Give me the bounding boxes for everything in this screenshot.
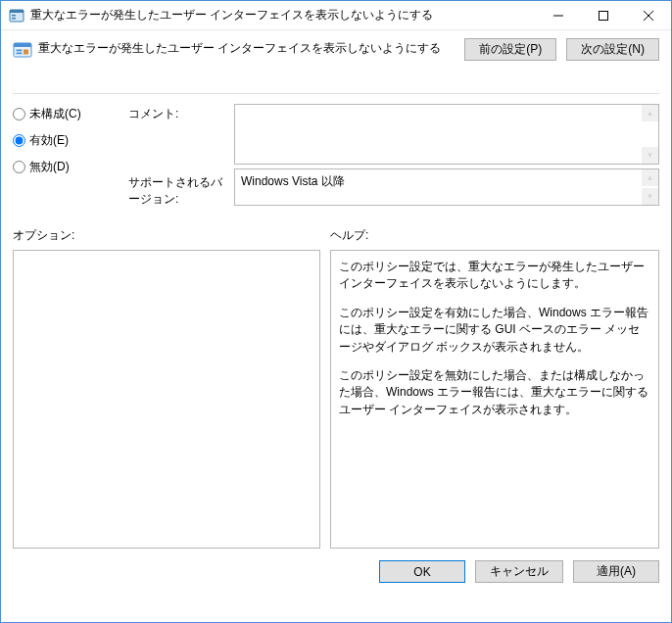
svg-rect-10 bbox=[17, 50, 23, 52]
help-paragraph: このポリシー設定を無効にした場合、または構成しなかった場合、Windows エラ… bbox=[339, 367, 648, 418]
scroll-down-icon: ▼ bbox=[642, 147, 658, 164]
policy-title: 重大なエラーが発生したユーザー インターフェイスを表示しないようにする bbox=[38, 38, 455, 57]
titlebar: 重大なエラーが発生したユーザー インターフェイスを表示しないようにする bbox=[1, 1, 671, 30]
svg-rect-2 bbox=[12, 15, 16, 17]
ok-button[interactable]: OK bbox=[379, 560, 465, 583]
comment-value bbox=[235, 105, 658, 113]
scroll-down-icon: ▼ bbox=[642, 188, 658, 205]
maximize-button[interactable] bbox=[581, 1, 626, 30]
app-icon bbox=[9, 8, 24, 24]
svg-rect-5 bbox=[600, 11, 608, 20]
comment-field[interactable]: ▲ ▼ bbox=[234, 104, 659, 165]
svg-rect-12 bbox=[24, 50, 28, 55]
svg-rect-1 bbox=[10, 10, 24, 13]
supported-label: サポートされるバージョン: bbox=[128, 168, 226, 208]
help-label: ヘルプ: bbox=[330, 227, 659, 244]
close-button[interactable] bbox=[626, 1, 671, 30]
radio-not-configured[interactable]: 未構成(C) bbox=[13, 106, 120, 122]
radio-not-configured-label: 未構成(C) bbox=[29, 106, 81, 122]
radio-enabled-label: 有効(E) bbox=[29, 132, 69, 149]
scroll-up-icon: ▲ bbox=[642, 105, 658, 121]
options-label: オプション: bbox=[13, 227, 330, 244]
comment-label: コメント: bbox=[128, 104, 226, 122]
radio-disabled-label: 無効(D) bbox=[29, 159, 70, 175]
divider bbox=[13, 93, 659, 94]
help-paragraph: このポリシー設定を有効にした場合、Windows エラー報告には、重大なエラーに… bbox=[339, 305, 648, 356]
policy-icon bbox=[13, 40, 32, 60]
svg-rect-11 bbox=[17, 53, 23, 55]
supported-field: Windows Vista 以降 ▲ ▼ bbox=[234, 168, 659, 206]
help-panel: このポリシー設定では、重大なエラーが発生したユーザー インターフェイスを表示しな… bbox=[330, 250, 659, 549]
options-panel bbox=[13, 250, 320, 549]
scroll-up-icon: ▲ bbox=[642, 169, 658, 186]
radio-enabled-input[interactable] bbox=[13, 134, 25, 147]
help-paragraph: このポリシー設定では、重大なエラーが発生したユーザー インターフェイスを表示しな… bbox=[339, 259, 648, 293]
radio-enabled[interactable]: 有効(E) bbox=[13, 132, 120, 149]
svg-rect-3 bbox=[12, 18, 16, 20]
radio-not-configured-input[interactable] bbox=[13, 108, 25, 120]
radio-disabled-input[interactable] bbox=[13, 161, 25, 173]
supported-value: Windows Vista 以降 bbox=[235, 169, 658, 194]
window-title: 重大なエラーが発生したユーザー インターフェイスを表示しないようにする bbox=[30, 7, 536, 24]
next-setting-button[interactable]: 次の設定(N) bbox=[566, 38, 659, 61]
apply-button[interactable]: 適用(A) bbox=[573, 560, 659, 583]
minimize-button[interactable] bbox=[536, 1, 581, 30]
previous-setting-button[interactable]: 前の設定(P) bbox=[464, 38, 556, 61]
cancel-button[interactable]: キャンセル bbox=[475, 560, 563, 583]
svg-rect-9 bbox=[14, 43, 31, 47]
radio-disabled[interactable]: 無効(D) bbox=[13, 159, 120, 175]
